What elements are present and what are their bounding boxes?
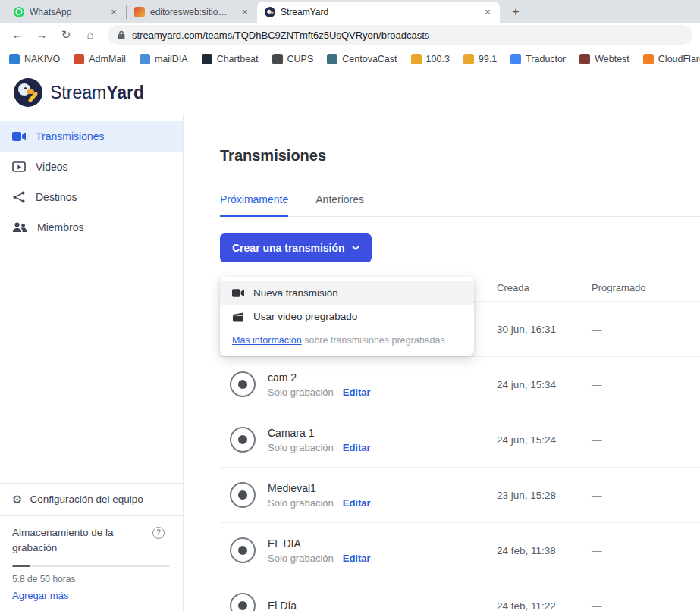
lock-icon — [117, 30, 126, 39]
whatsapp-favicon-icon — [14, 7, 24, 17]
browser-tab-whatsapp[interactable]: WhatsApp × — [6, 2, 126, 23]
site-favicon-icon — [134, 7, 145, 17]
storage-progress-fill — [12, 565, 30, 567]
bookmark-nakivo[interactable]: NAKIVO — [9, 54, 60, 64]
videos-icon — [12, 161, 26, 173]
tab-close-icon[interactable]: × — [239, 6, 251, 18]
tab-close-icon[interactable]: × — [482, 6, 494, 18]
table-row[interactable]: cam 2 Solo grabaciónEditar 24 jun, 15:34… — [220, 356, 700, 412]
broadcast-type: Solo grabación — [268, 497, 334, 509]
tab-anteriores[interactable]: Anteriores — [315, 193, 364, 216]
bookmark-admmail[interactable]: AdmMail — [74, 54, 126, 64]
video-camera-icon — [232, 288, 244, 298]
share-icon — [12, 190, 26, 204]
bookmark-favicon-icon — [327, 54, 337, 64]
create-broadcast-button[interactable]: Crear una transmisión — [220, 233, 372, 262]
bookmark-maildia[interactable]: mailDIA — [140, 54, 188, 64]
app-header: StreamYard — [0, 71, 700, 114]
table-row[interactable]: El Día 24 feb, 11:22 — — [220, 578, 700, 611]
back-icon[interactable]: ← — [8, 25, 27, 45]
broadcast-tabs: Próximamente Anteriores — [220, 193, 700, 217]
bookmark-traductor[interactable]: Traductor — [510, 54, 566, 64]
people-icon — [12, 222, 27, 233]
bookmark-favicon-icon — [202, 54, 212, 64]
add-more-link[interactable]: Agregar más — [12, 590, 68, 601]
bookmarks-bar: NAKIVO AdmMail mailDIA Chartbeat CUPS Ce… — [0, 47, 700, 71]
bookmark-centovacast[interactable]: CentovaCast — [327, 54, 397, 64]
broadcast-title: El Día — [268, 600, 297, 611]
tab-title: editoresweb:sitioweb:eldia.co — [150, 7, 234, 17]
streamyard-favicon-icon — [265, 7, 275, 17]
browser-toolbar: ← → ↻ ⌂ streamyard.com/teams/TQDhBC9ZNTm… — [0, 23, 700, 47]
broadcast-type: Solo grabación — [268, 442, 334, 453]
column-programado: Programado — [592, 282, 700, 293]
tab-proximamente[interactable]: Próximamente — [220, 193, 288, 217]
reload-icon[interactable]: ↻ — [56, 25, 76, 45]
column-creada: Creada — [497, 282, 592, 293]
main-content: Transmisiones Próximamente Anteriores Cr… — [184, 114, 700, 611]
forward-icon[interactable]: → — [32, 25, 52, 45]
bookmark-favicon-icon — [510, 54, 521, 64]
clapperboard-icon — [232, 312, 244, 322]
browser-tab-strip: WhatsApp × editoresweb:sitioweb:eldia.co… — [0, 0, 700, 23]
bookmark-favicon-icon — [272, 54, 283, 64]
table-row[interactable]: Medieval1 Solo grabaciónEditar 23 jun, 1… — [220, 467, 700, 522]
storage-usage: 5.8 de 50 horas — [12, 574, 171, 584]
home-icon[interactable]: ⌂ — [80, 25, 100, 45]
tab-title: WhatsApp — [30, 7, 102, 17]
new-tab-button[interactable]: + — [507, 3, 525, 21]
bookmark-99-1[interactable]: 99.1 — [463, 54, 497, 64]
table-row[interactable]: Camara 1 Solo grabaciónEditar 24 jun, 15… — [220, 412, 700, 467]
browser-tab-editoresweb[interactable]: editoresweb:sitioweb:eldia.co × — [127, 2, 257, 23]
browser-tab-streamyard[interactable]: StreamYard × — [257, 2, 500, 23]
sidebar-item-destinos[interactable]: Destinos — [0, 182, 183, 212]
bookmark-100-3[interactable]: 100.3 — [411, 54, 450, 64]
sidebar: Transmisiones Videos Destinos Miembros ⚙… — [0, 114, 184, 611]
broadcast-title: EL DIA — [268, 537, 371, 550]
sidebar-item-videos[interactable]: Videos — [0, 152, 183, 182]
mas-informacion-link[interactable]: Más información — [232, 335, 302, 346]
bookmark-favicon-icon — [140, 54, 150, 64]
bookmark-chartbeat[interactable]: Chartbeat — [202, 54, 259, 64]
help-icon[interactable]: ? — [152, 527, 165, 539]
bookmark-favicon-icon — [643, 54, 654, 64]
edit-link[interactable]: Editar — [343, 553, 371, 564]
bookmark-cloudflare[interactable]: CloudFlare — [643, 54, 700, 64]
bookmark-favicon-icon — [411, 54, 422, 64]
create-broadcast-dropdown: Nueva transmisión Usar video pregrabado … — [220, 277, 474, 356]
bookmark-favicon-icon — [9, 54, 20, 64]
menu-item-nueva-transmision[interactable]: Nueva transmisión — [220, 281, 474, 305]
broadcast-title: Camara 1 — [268, 427, 371, 439]
table-row[interactable]: EL DIA Solo grabaciónEditar 24 feb, 11:3… — [220, 522, 700, 578]
edit-link[interactable]: Editar — [343, 497, 371, 509]
record-icon — [230, 537, 256, 563]
storage-progress-track — [12, 565, 170, 567]
bookmark-favicon-icon — [579, 54, 590, 64]
record-icon — [230, 593, 256, 611]
url-text: streamyard.com/teams/TQDhBC9ZNTmft6z5UsQ… — [132, 30, 429, 41]
broadcast-title: cam 2 — [268, 371, 371, 384]
edit-link[interactable]: Editar — [343, 442, 371, 453]
record-icon — [230, 427, 256, 453]
bookmark-favicon-icon — [74, 54, 84, 64]
bookmark-webtest[interactable]: Webtest — [579, 54, 629, 64]
storage-section: Almacenamiento de la grabación ? 5.8 de … — [0, 515, 183, 611]
record-icon — [230, 482, 256, 508]
tab-close-icon[interactable]: × — [108, 6, 120, 18]
broadcast-type: Solo grabación — [268, 553, 334, 564]
record-icon — [230, 371, 256, 397]
streamyard-wordmark: StreamYard — [50, 83, 144, 103]
dropdown-footer: Más información sobre transmisiones preg… — [220, 328, 474, 356]
chevron-down-icon — [352, 246, 359, 250]
sidebar-item-transmisiones[interactable]: Transmisiones — [0, 121, 183, 152]
address-bar[interactable]: streamyard.com/teams/TQDhBC9ZNTmft6z5UsQ… — [108, 25, 692, 45]
menu-item-video-pregrabado[interactable]: Usar video pregrabado — [220, 305, 474, 328]
video-camera-icon — [12, 131, 26, 142]
team-settings[interactable]: ⚙ Configuración del equipo — [0, 483, 183, 515]
sidebar-item-miembros[interactable]: Miembros — [0, 212, 183, 243]
edit-link[interactable]: Editar — [343, 387, 371, 398]
storage-label: Almacenamiento de la grabación — [12, 525, 130, 556]
bookmark-cups[interactable]: CUPS — [272, 54, 314, 64]
page-title: Transmisiones — [220, 147, 700, 164]
streamyard-logo[interactable] — [14, 78, 42, 107]
